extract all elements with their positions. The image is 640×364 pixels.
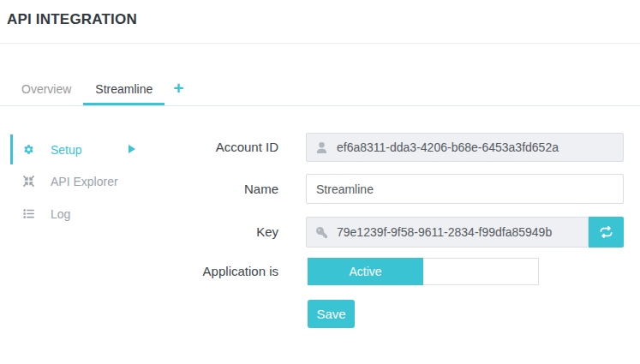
key-icon <box>316 227 327 238</box>
toggle-active-segment[interactable]: Active <box>308 258 423 285</box>
api-integration-page: API INTEGRATION Overview Streamline + Se… <box>0 0 640 364</box>
application-active-toggle[interactable]: Active <box>308 258 539 285</box>
regenerate-key-button[interactable] <box>589 217 624 248</box>
plus-icon: + <box>173 78 183 98</box>
sidebar-item-label: API Explorer <box>51 175 118 188</box>
name-input[interactable] <box>316 182 613 196</box>
account-id-label: Account ID <box>120 133 278 162</box>
sidebar-item-label: Setup <box>51 143 82 157</box>
tab-overview[interactable]: Overview <box>9 75 83 105</box>
repeat-icon <box>599 226 613 238</box>
name-label: Name <box>120 174 278 204</box>
sidebar-item-label: Log <box>51 207 70 221</box>
compress-arrows-icon <box>22 176 34 188</box>
page-title: API INTEGRATION <box>7 11 137 28</box>
title-divider <box>0 43 640 44</box>
gear-icon <box>22 144 34 156</box>
account-id-input[interactable] <box>337 140 613 154</box>
key-label: Key <box>120 217 278 248</box>
tab-streamline[interactable]: Streamline <box>83 75 164 105</box>
tab-bar: Overview Streamline + <box>0 75 640 106</box>
save-button[interactable]: Save <box>308 300 355 328</box>
key-field[interactable] <box>306 217 589 248</box>
application-state-label: Application is <box>120 258 278 285</box>
list-icon <box>22 208 34 220</box>
add-tab-button[interactable]: + <box>173 75 183 105</box>
person-icon <box>316 142 327 153</box>
account-id-field[interactable] <box>306 133 624 162</box>
toggle-inactive-segment[interactable] <box>423 258 539 285</box>
key-input[interactable] <box>337 225 578 239</box>
name-field[interactable] <box>306 174 624 204</box>
